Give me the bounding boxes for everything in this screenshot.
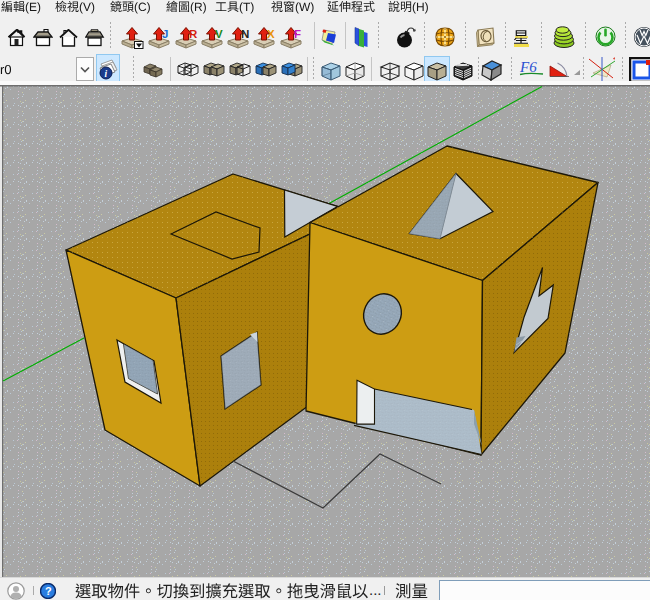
svg-text:?: ? <box>45 585 52 597</box>
svg-text:i: i <box>105 69 108 79</box>
svg-text:V: V <box>215 28 223 40</box>
svg-text:X: X <box>267 28 275 40</box>
svg-text:R: R <box>189 28 198 40</box>
svg-text:F: F <box>294 28 301 40</box>
svg-text:J: J <box>162 28 168 40</box>
svg-text:F6: F6 <box>519 59 537 75</box>
svg-text:N: N <box>241 28 249 40</box>
